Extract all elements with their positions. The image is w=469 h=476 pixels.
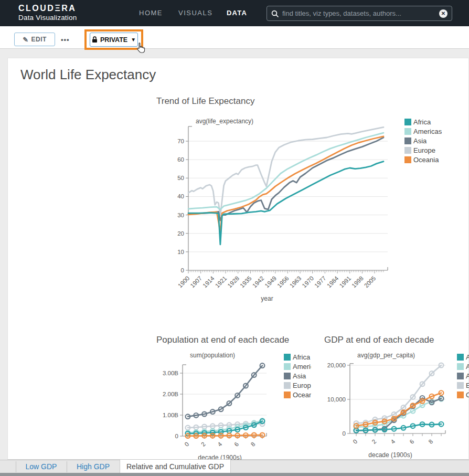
legend-label: Americas bbox=[413, 128, 442, 135]
legend-label: Europe bbox=[413, 146, 435, 154]
private-dropdown-button[interactable]: PRIVATE ▼ bbox=[90, 33, 138, 47]
edit-button-label: EDIT bbox=[31, 36, 47, 43]
chevron-down-icon: ▼ bbox=[131, 37, 136, 43]
legend-label: Africa bbox=[466, 353, 469, 361]
legend-item-asia[interactable]: Asia bbox=[404, 136, 442, 145]
app-window: CLOUDΞRA Data Visualization HOME VISUALS… bbox=[0, 0, 469, 476]
legend-label: Africa bbox=[293, 353, 310, 361]
legend-chip-americas bbox=[457, 363, 464, 370]
bottom-strip bbox=[0, 473, 469, 476]
legend-item-oceania[interactable]: Oceania bbox=[284, 390, 311, 399]
tab-low-gdp[interactable]: Low GDP bbox=[16, 460, 67, 473]
legend-item-europe[interactable]: Europe bbox=[404, 145, 442, 155]
svg-text:10: 10 bbox=[177, 249, 184, 255]
legend-item-americas[interactable]: Americas bbox=[284, 362, 311, 371]
sheet-tabbar: Low GDP High GDP Relative and Cumulative… bbox=[0, 460, 469, 473]
svg-text:1977: 1977 bbox=[313, 275, 327, 289]
svg-text:0: 0 bbox=[183, 441, 190, 448]
svg-text:4: 4 bbox=[217, 441, 223, 448]
edit-button[interactable]: ✎ EDIT bbox=[14, 33, 55, 46]
legend-chip-oceania bbox=[457, 392, 464, 398]
svg-text:0: 0 bbox=[175, 433, 178, 439]
pencil-icon: ✎ bbox=[23, 36, 28, 44]
legend-chip-asia bbox=[457, 373, 464, 379]
legend-item-asia[interactable]: Asia bbox=[457, 371, 469, 380]
legend-item-europe[interactable]: Europe bbox=[457, 380, 469, 390]
legend-chip-oceania bbox=[404, 156, 411, 163]
svg1-content: avg(life_expectancy)01020304050607019001… bbox=[177, 118, 388, 302]
svg-text:6: 6 bbox=[233, 441, 240, 448]
svg-text:60: 60 bbox=[177, 156, 184, 163]
svg-text:2: 2 bbox=[200, 441, 207, 448]
logo-line1: CLOUDΞRA bbox=[18, 4, 77, 13]
legend-item-africa[interactable]: Africa bbox=[457, 352, 469, 362]
legend-item-europe[interactable]: Europe bbox=[284, 380, 311, 390]
svg-text:20,000: 20,000 bbox=[327, 362, 346, 368]
legend-chip-oceania bbox=[284, 392, 291, 398]
nav-item-home[interactable]: HOME bbox=[139, 0, 163, 26]
svg-text:1921: 1921 bbox=[214, 275, 228, 289]
svg-text:0: 0 bbox=[343, 430, 346, 437]
svg-text:1970: 1970 bbox=[301, 275, 315, 289]
svg-text:1991: 1991 bbox=[338, 275, 353, 289]
gdp-chart[interactable]: avg(gdp_per_capita)010,00020,00002468dec… bbox=[335, 348, 469, 460]
svg-text:1.00B: 1.00B bbox=[163, 412, 178, 418]
lock-icon bbox=[92, 36, 98, 43]
legend-item-americas[interactable]: Americas bbox=[457, 362, 469, 371]
svg-text:4: 4 bbox=[389, 438, 396, 445]
svg-text:50: 50 bbox=[177, 175, 184, 181]
legend-label: Europe bbox=[293, 382, 311, 389]
top-navbar: CLOUDΞRA Data Visualization HOME VISUALS… bbox=[0, 0, 469, 26]
tab-relative-cumulative-gdp[interactable]: Relative and Cumulative GDP bbox=[120, 459, 231, 473]
population-chart[interactable]: sum(population)01.00B2.00B3.00B02468deca… bbox=[167, 348, 280, 460]
legend-item-africa[interactable]: Africa bbox=[284, 352, 311, 362]
svg-text:3.00B: 3.00B bbox=[163, 370, 178, 376]
svg-text:decade (1900s): decade (1900s) bbox=[368, 451, 412, 459]
cloudera-logo[interactable]: CLOUDΞRA Data Visualization bbox=[18, 4, 77, 22]
legend-item-asia[interactable]: Asia bbox=[284, 371, 311, 380]
legend-label: Africa bbox=[413, 118, 431, 126]
population-chart-legend: AfricaAmericasAsiaEuropeOceania bbox=[284, 352, 311, 399]
trend-chart-title: Trend of Life Expectancy bbox=[156, 96, 254, 107]
legend-chip-africa bbox=[457, 354, 464, 361]
tab-high-gdp[interactable]: High GDP bbox=[67, 460, 120, 473]
svg-text:70: 70 bbox=[177, 138, 184, 144]
trend-chart[interactable]: avg(life_expectancy)01020304050607019001… bbox=[173, 111, 410, 309]
svg3-content: avg(gdp_per_capita)010,00020,00002468dec… bbox=[327, 352, 445, 459]
svg-text:8: 8 bbox=[427, 438, 434, 445]
legend-item-africa[interactable]: Africa bbox=[404, 117, 442, 126]
legend-chip-americas bbox=[284, 363, 291, 370]
svg-text:2.00B: 2.00B bbox=[163, 391, 178, 397]
legend-chip-africa bbox=[404, 119, 411, 125]
legend-label: Americas bbox=[293, 363, 311, 371]
svg-text:1949: 1949 bbox=[264, 275, 278, 289]
svg-text:1956: 1956 bbox=[276, 275, 290, 289]
series-oceania bbox=[188, 136, 383, 231]
svg-text:1998: 1998 bbox=[350, 275, 365, 289]
more-options-button[interactable]: ••• bbox=[61, 36, 70, 44]
search-clear-icon[interactable]: ✕ bbox=[439, 9, 447, 18]
svg-text:avg(gdp_per_capita): avg(gdp_per_capita) bbox=[357, 352, 415, 359]
legend-item-oceania[interactable]: Oceania bbox=[457, 390, 469, 399]
legend-label: Asia bbox=[413, 137, 427, 145]
gdp-chart-title: GDP at end of each decade bbox=[324, 335, 434, 345]
legend-label: Oceania bbox=[413, 156, 439, 164]
search-icon bbox=[271, 10, 279, 17]
nav-item-data[interactable]: DATA bbox=[227, 0, 247, 26]
legend-chip-asia bbox=[404, 137, 411, 144]
legend-item-americas[interactable]: Americas bbox=[404, 126, 442, 136]
nav-item-visuals[interactable]: VISUALS bbox=[178, 0, 212, 26]
svg-text:1900: 1900 bbox=[177, 275, 191, 289]
legend-chip-europe bbox=[457, 382, 464, 389]
svg-text:1928: 1928 bbox=[227, 275, 241, 289]
search-input[interactable] bbox=[282, 9, 439, 17]
global-search[interactable]: ✕ bbox=[267, 6, 452, 21]
legend-label: Americas bbox=[466, 363, 469, 371]
population-chart-title: Population at end of each decade bbox=[156, 335, 289, 345]
legend-item-oceania[interactable]: Oceania bbox=[404, 155, 442, 164]
series-asia bbox=[186, 363, 265, 419]
legend-label: Asia bbox=[293, 372, 306, 380]
trend-chart-legend: AfricaAmericasAsiaEuropeOceania bbox=[404, 117, 442, 164]
svg-text:0: 0 bbox=[181, 267, 184, 273]
svg-text:2005: 2005 bbox=[363, 275, 377, 289]
